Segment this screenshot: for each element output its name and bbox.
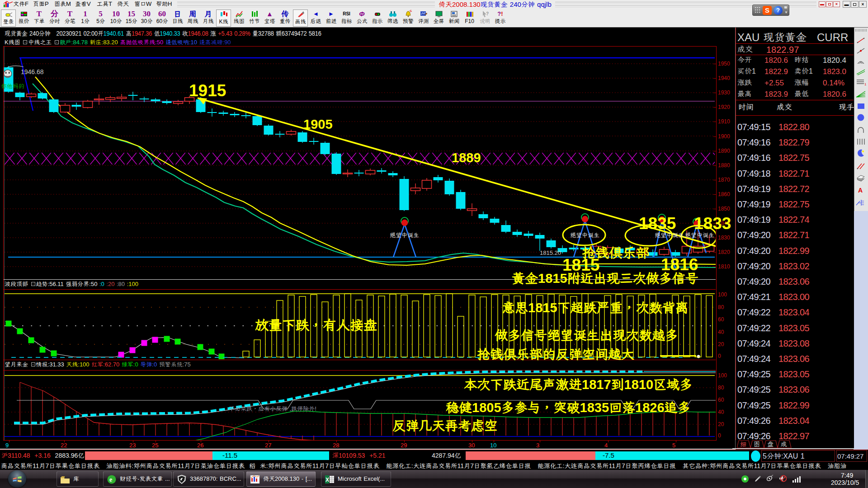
svg-text:e: e xyxy=(109,476,112,483)
svg-text:?: ? xyxy=(486,11,489,17)
svg-text:1: 1 xyxy=(864,82,867,86)
svg-text:A: A xyxy=(858,187,863,194)
svg-text:X: X xyxy=(326,477,329,483)
